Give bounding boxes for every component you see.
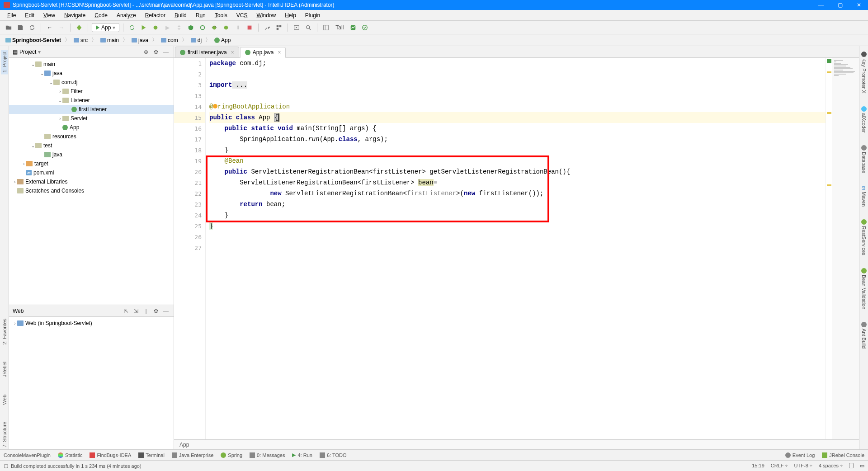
chevron-down-icon[interactable]: ▾ (38, 49, 41, 55)
locate-button[interactable]: ⊕ (142, 48, 150, 56)
crumb-com[interactable]: com (159, 36, 180, 44)
tree-node-target[interactable]: ›target (9, 159, 174, 168)
status-indent[interactable]: 4 spaces ÷ (819, 463, 843, 469)
menu-run[interactable]: Run (192, 11, 209, 19)
tool-findbugs[interactable]: FindBugs-IDEA (90, 452, 131, 458)
tab-beanvalidation[interactable]: Bean Validation (860, 266, 868, 311)
tab-project[interactable]: 1: Project (1, 50, 8, 74)
tab-keypromoter[interactable]: Key Promoter X (860, 50, 868, 95)
chart-icon[interactable] (348, 23, 358, 33)
maximize-button[interactable]: ▢ (835, 2, 845, 8)
tab-aixcoder[interactable]: aiXcoder (860, 104, 868, 134)
error-stripe[interactable] (826, 58, 832, 439)
status-encoding[interactable]: UTF-8 ÷ (794, 463, 812, 469)
crumb-src[interactable]: src (72, 36, 90, 44)
tree-node-test[interactable]: ⌄test (9, 141, 174, 150)
layout-button[interactable] (321, 23, 331, 33)
coverage-button[interactable] (186, 23, 196, 33)
menu-vcs[interactable]: VCS (233, 11, 251, 19)
search-button[interactable] (303, 23, 313, 33)
preview-button[interactable] (292, 23, 302, 33)
tool-todo[interactable]: 6: TODO (320, 452, 347, 458)
collapse-button[interactable]: — (162, 48, 170, 56)
menu-build[interactable]: Build (171, 11, 190, 19)
close-icon[interactable]: × (278, 49, 281, 56)
tab-antbuild[interactable]: Ant Build (860, 320, 868, 350)
code-area[interactable]: package com.dj; import ... @ringBootAppl… (206, 58, 826, 439)
gutter[interactable]: 1 2 3 13 14 15 16 17 18 19 20 21 22 23 2… (174, 58, 206, 439)
status-extra-icon[interactable]: ▭ (860, 463, 864, 469)
crumb-dj[interactable]: dj (189, 36, 203, 44)
jrebel-icon[interactable] (74, 23, 84, 33)
tab-jrebel[interactable]: JRebel (1, 360, 8, 379)
tab-maven[interactable]: mMaven (860, 184, 868, 208)
close-button[interactable]: ✕ (854, 2, 864, 8)
tree-node-filter[interactable]: ›Filter (9, 87, 174, 96)
web-collapse-button[interactable]: ⇲ (132, 307, 140, 315)
minimap[interactable] (832, 58, 859, 439)
crumb-java[interactable]: java (130, 36, 150, 44)
web-gear-icon[interactable]: ✿ (152, 307, 160, 315)
tree-node-scratches[interactable]: Scratches and Consoles (9, 186, 174, 195)
web-hide-button[interactable]: — (162, 307, 170, 315)
crumb-app[interactable]: App (212, 36, 232, 44)
profile-button[interactable] (198, 23, 208, 33)
menu-view[interactable]: View (40, 11, 59, 19)
inspection-ok-icon[interactable] (827, 59, 831, 63)
tool-eventlog[interactable]: Event Log (785, 452, 815, 458)
tree-node-main[interactable]: ⌄main (9, 60, 174, 69)
menu-refactor[interactable]: Refactor (142, 11, 169, 19)
attach-button[interactable]: ⏸ (233, 23, 243, 33)
tree-node-servlet[interactable]: ›Servlet (9, 114, 174, 123)
structure-button[interactable] (274, 23, 284, 33)
status-sidebar-icon[interactable]: ▢ (4, 463, 8, 469)
check-icon[interactable] (360, 23, 370, 33)
tree-node-pom[interactable]: mpom.xml (9, 168, 174, 177)
menu-analyze[interactable]: Analyze (113, 11, 140, 19)
tool-consolemaven[interactable]: ConsoleMavenPlugin (4, 452, 51, 458)
run-config-selector[interactable]: App ▾ (92, 23, 119, 32)
tool-jrebelconsole[interactable]: JRebel Console (822, 452, 864, 458)
web-tree-item[interactable]: ›Web (in Springboot-Servlet) (9, 319, 174, 328)
close-icon[interactable]: × (231, 49, 234, 56)
open-button[interactable] (4, 23, 14, 33)
tab-web[interactable]: Web (1, 393, 8, 406)
menu-help[interactable]: Help (281, 11, 300, 19)
build-button[interactable] (127, 23, 137, 33)
jrebel-debug-button[interactable] (151, 23, 160, 33)
tree-node-java[interactable]: ⌄java (9, 69, 174, 78)
sync-button[interactable] (27, 23, 37, 33)
tail-label[interactable]: Tail (333, 24, 346, 31)
tree-node-extlib[interactable]: ›External Libraries (9, 177, 174, 186)
tool-statistic[interactable]: Statistic (58, 452, 83, 458)
tree-node-comdj[interactable]: ⌄com.dj (9, 78, 174, 87)
tool-terminal[interactable]: Terminal (138, 452, 165, 458)
stop-button[interactable] (245, 23, 255, 33)
menu-navigate[interactable]: Navigate (61, 11, 89, 19)
debug1-button[interactable] (209, 23, 219, 33)
menu-edit[interactable]: Edit (21, 11, 38, 19)
crumb-main[interactable]: main (99, 36, 121, 44)
jrebel-run-button[interactable] (139, 23, 149, 33)
tab-favorites[interactable]: 2: Favorites (1, 317, 8, 346)
web-expand-button[interactable]: ⇱ (122, 307, 130, 315)
back-button[interactable]: ← (45, 23, 55, 33)
crumb-root[interactable]: Springboot-Servlet (4, 36, 63, 44)
tool-javaee[interactable]: Java Enterprise (172, 452, 213, 458)
settings-button[interactable] (262, 23, 272, 33)
tool-run[interactable]: ▶4: Run (292, 452, 312, 458)
editor-tab-app[interactable]: App.java × (240, 47, 286, 58)
menu-tools[interactable]: Tools (211, 11, 231, 19)
tree-node-resources[interactable]: resources (9, 132, 174, 141)
gear-icon[interactable]: ✿ (152, 48, 160, 56)
minimize-button[interactable]: — (816, 2, 826, 8)
debug2-button[interactable] (221, 23, 231, 33)
lock-icon[interactable] (849, 463, 854, 468)
editor-tab-firstlistener[interactable]: firstListener.java × (175, 47, 239, 57)
status-position[interactable]: 15:19 (752, 463, 764, 469)
editor-content[interactable]: 1 2 3 13 14 15 16 17 18 19 20 21 22 23 2… (174, 58, 859, 439)
forward-button[interactable]: → (57, 23, 66, 33)
tool-spring[interactable]: Spring (221, 452, 242, 458)
warning-marker[interactable] (827, 71, 831, 73)
tree-node-firstlistener[interactable]: firstListener (9, 105, 174, 114)
